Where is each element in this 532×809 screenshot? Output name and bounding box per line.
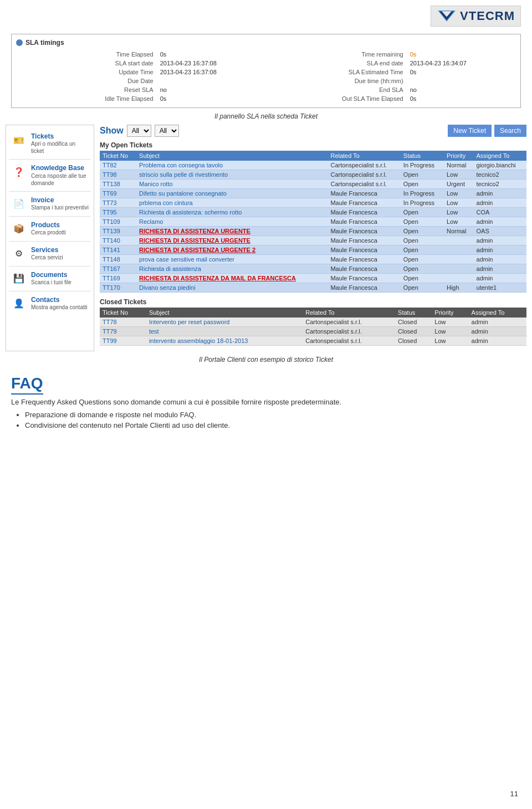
ticket-priority bbox=[444, 274, 474, 283]
sidebar-item-documents[interactable]: 💾 Documents Scarica i tuoi file bbox=[9, 267, 91, 291]
ticket-subject[interactable]: striscio sulla pelle di rivestimento bbox=[136, 170, 328, 180]
logo-area: VTECRM bbox=[0, 0, 532, 29]
faq-list: Preparazione di domande e risposte nel m… bbox=[11, 411, 521, 429]
faq-section: FAQ Le Frequently Asked Questions sono d… bbox=[11, 375, 521, 429]
ticket-priority: Normal bbox=[444, 227, 474, 236]
ticket-no[interactable]: TT167 bbox=[100, 264, 136, 274]
ticket-status: In Progress bbox=[401, 189, 444, 198]
sidebar-products-desc: Cerca prodotti bbox=[31, 229, 66, 236]
tickets-icon: 🎫 bbox=[11, 132, 27, 148]
invoice-icon: 📄 bbox=[11, 196, 27, 212]
ticket-related: Maule Francesca bbox=[328, 255, 400, 264]
ticket-subject[interactable]: prblema con cintura bbox=[136, 198, 328, 208]
faq-description: Le Frequently Asked Questions sono doman… bbox=[11, 398, 521, 406]
contacts-icon: 👤 bbox=[11, 296, 27, 311]
open-tickets-table: Ticket No Subject Related To Status Prio… bbox=[100, 151, 526, 293]
show-bar: Show All All New Ticket Search bbox=[100, 125, 526, 137]
ticket-status: Open bbox=[401, 264, 444, 274]
ticket-status: Closed bbox=[395, 327, 432, 336]
sidebar-tickets-desc: Apri o modifica un ticket bbox=[31, 140, 89, 155]
sidebar-products-title: Products bbox=[31, 221, 66, 229]
ticket-no[interactable]: TT99 bbox=[100, 336, 146, 346]
ticket-priority: Low bbox=[432, 327, 468, 336]
ticket-no[interactable]: TT138 bbox=[100, 180, 136, 189]
ticket-no[interactable]: TT148 bbox=[100, 255, 136, 264]
ticket-subject[interactable]: Divano senza piedini bbox=[136, 283, 328, 293]
ticket-priority: High bbox=[444, 283, 474, 293]
ticket-subject[interactable]: Problema con consegna tavolo bbox=[136, 161, 328, 170]
ticket-subject[interactable]: Difetto su pantalone consegnato bbox=[136, 189, 328, 198]
ticket-status: Open bbox=[401, 255, 444, 264]
sidebar-item-contacts[interactable]: 👤 Contacts Mostra agenda contatti bbox=[9, 291, 91, 316]
ticket-subject[interactable]: intervento assemblaggio 18-01-2013 bbox=[146, 336, 303, 346]
documents-icon: 💾 bbox=[11, 271, 27, 286]
search-button[interactable]: Search bbox=[494, 125, 526, 137]
ticket-no[interactable]: TT73 bbox=[100, 198, 136, 208]
ticket-priority: Low bbox=[432, 336, 468, 346]
sidebar-item-tickets[interactable]: 🎫 Tickets Apri o modifica un ticket bbox=[9, 128, 91, 160]
sidebar-documents-title: Documents bbox=[31, 271, 71, 279]
ticket-subject[interactable]: Intervento per reset password bbox=[146, 318, 303, 327]
sidebar-item-products[interactable]: 📦 Products Cerca prodotti bbox=[9, 217, 91, 242]
ticket-subject[interactable]: RICHIESTA DI ASSISTENZA URGENTE bbox=[136, 236, 328, 245]
col-assigned-to: Assigned To bbox=[474, 151, 526, 161]
ticket-no[interactable]: TT69 bbox=[100, 189, 136, 198]
table-row: TT98 striscio sulla pelle di rivestiment… bbox=[100, 170, 526, 180]
ticket-subject[interactable]: test bbox=[146, 327, 303, 336]
ticket-status: Open bbox=[401, 245, 444, 255]
ticket-subject[interactable]: Reclamo bbox=[136, 217, 328, 227]
sidebar-item-invoice[interactable]: 📄 Invoice Stampa i tuoi preventivi bbox=[9, 192, 91, 217]
sidebar-services-desc: Cerca servizi bbox=[31, 254, 63, 261]
services-icon: ⚙ bbox=[11, 246, 27, 262]
portal-area: Show All All New Ticket Search My Open T… bbox=[100, 125, 526, 351]
closed-col-assigned-to: Assigned To bbox=[469, 308, 526, 318]
ticket-subject[interactable]: Richiesta di assistenza: schermo rotto bbox=[136, 208, 328, 217]
ticket-no[interactable]: TT78 bbox=[100, 318, 146, 327]
ticket-no[interactable]: TT141 bbox=[100, 245, 136, 255]
ticket-subject[interactable]: prova case sensitive mail converter bbox=[136, 255, 328, 264]
ticket-no[interactable]: TT139 bbox=[100, 227, 136, 236]
closed-tickets-table: Ticket No Subject Related To Status Prio… bbox=[100, 308, 526, 346]
show-select-2[interactable]: All bbox=[155, 125, 179, 137]
ticket-no[interactable]: TT109 bbox=[100, 217, 136, 227]
portal-caption: Il Portale Clienti con esempio di storic… bbox=[0, 356, 532, 363]
ticket-no[interactable]: TT170 bbox=[100, 283, 136, 293]
ticket-subject[interactable]: RICHIESTA DI ASSISTENZA URGENTE bbox=[136, 227, 328, 236]
sidebar-invoice-desc: Stampa i tuoi preventivi bbox=[31, 204, 89, 211]
sidebar-item-services[interactable]: ⚙ Services Cerca servizi bbox=[9, 242, 91, 267]
ticket-assigned: giorgio.bianchi bbox=[474, 161, 526, 170]
ticket-priority: Normal bbox=[444, 161, 474, 170]
ticket-no[interactable]: TT79 bbox=[100, 327, 146, 336]
col-ticket-no: Ticket No bbox=[100, 151, 136, 161]
ticket-priority: Urgent bbox=[444, 180, 474, 189]
ticket-priority: Low bbox=[432, 318, 468, 327]
ticket-subject[interactable]: Richiesta di assistenza bbox=[136, 264, 328, 274]
ticket-no[interactable]: TT140 bbox=[100, 236, 136, 245]
ticket-no[interactable]: TT169 bbox=[100, 274, 136, 283]
ticket-subject[interactable]: RICHIESTA DI ASSISTENZA URGENTE 2 bbox=[136, 245, 328, 255]
new-ticket-button[interactable]: New Ticket bbox=[448, 125, 492, 137]
ticket-no[interactable]: TT98 bbox=[100, 170, 136, 180]
show-select-1[interactable]: All bbox=[127, 125, 151, 137]
logo-text: VTECRM bbox=[460, 9, 515, 23]
ticket-related: Maule Francesca bbox=[328, 236, 400, 245]
ticket-related: Cartonspecialist s.r.l. bbox=[328, 170, 400, 180]
ticket-assigned: tecnico2 bbox=[474, 170, 526, 180]
sidebar-item-knowledge[interactable]: ❓ Knowledge Base Cerca risposte alle tue… bbox=[9, 160, 91, 191]
table-row: TT148 prova case sensitive mail converte… bbox=[100, 255, 526, 264]
ticket-subject[interactable]: Manico rotto bbox=[136, 180, 328, 189]
sidebar-contacts-desc: Mostra agenda contatti bbox=[31, 304, 88, 311]
vtecrm-logo-icon bbox=[437, 8, 457, 24]
ticket-no[interactable]: TT82 bbox=[100, 161, 136, 170]
table-row: TT69 Difetto su pantalone consegnato Mau… bbox=[100, 189, 526, 198]
ticket-status: Closed bbox=[395, 336, 432, 346]
sla-caption: Il pannello SLA nella scheda Ticket bbox=[0, 112, 532, 120]
ticket-no[interactable]: TT95 bbox=[100, 208, 136, 217]
ticket-status: In Progress bbox=[401, 161, 444, 170]
ticket-related: Maule Francesca bbox=[328, 198, 400, 208]
ticket-subject[interactable]: RICHIESTA DI ASSISTENZA DA MAIL DA FRANC… bbox=[136, 274, 328, 283]
ticket-related: Cartonspecialist s.r.l. bbox=[303, 318, 395, 327]
ticket-assigned: admin bbox=[474, 255, 526, 264]
ticket-priority: Low bbox=[444, 189, 474, 198]
ticket-status: Open bbox=[401, 217, 444, 227]
